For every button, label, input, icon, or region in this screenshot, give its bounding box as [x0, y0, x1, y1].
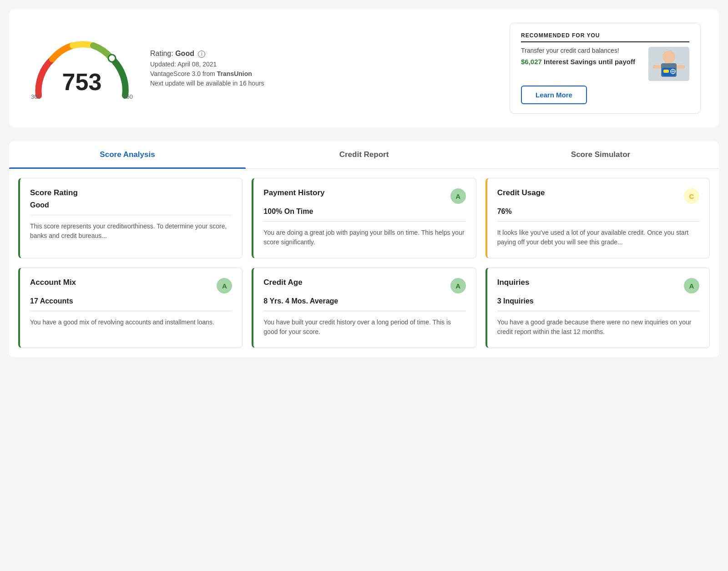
card-header: Credit Age A [263, 278, 465, 293]
info-icon[interactable]: i [198, 51, 205, 58]
grade-badge-a: A [450, 278, 466, 293]
card-description: This score represents your creditworthin… [30, 222, 232, 241]
top-section: 753 300 850 Rating: Good i Updated: Apri… [9, 9, 719, 127]
tabs-section: Score Analysis Credit Report Score Simul… [9, 141, 719, 357]
card-header: Account Mix A [30, 278, 232, 293]
updated-line: Updated: April 08, 2021 [150, 61, 496, 68]
tab-score-simulator[interactable]: Score Simulator [482, 141, 719, 168]
recommendation-card: RECOMMENDED FOR YOU Transfer your credit… [510, 23, 701, 114]
card-divider [497, 221, 699, 222]
card-title: Credit Age [263, 278, 302, 287]
savings-label: Interest Savings until payoff [544, 58, 635, 66]
rec-image-svg [648, 47, 689, 81]
gauge-score: 753 [62, 68, 102, 96]
rec-savings: $6,027 Interest Savings until payoff [521, 58, 642, 66]
learn-more-button[interactable]: Learn More [521, 86, 587, 104]
score-info: Rating: Good i Updated: April 08, 2021 V… [150, 50, 496, 87]
gauge-container: 753 300 850 [27, 36, 136, 100]
card-value: 8 Yrs. 4 Mos. Average [263, 297, 465, 305]
rec-title: RECOMMENDED FOR YOU [521, 32, 689, 42]
svg-point-2 [662, 51, 675, 63]
grade-badge-a: A [684, 278, 699, 293]
card-inquiries: Inquiries A 3 Inquiries You have a good … [485, 268, 710, 348]
rec-description: Transfer your credit card balances! [521, 47, 642, 54]
gauge-max: 850 [123, 93, 133, 100]
card-divider [263, 221, 465, 222]
card-description: It looks like you've used a lot of your … [497, 228, 699, 247]
card-value: Good [30, 201, 232, 209]
card-divider [263, 311, 465, 311]
card-divider [497, 311, 699, 311]
gauge-section: 753 300 850 Rating: Good i Updated: Apri… [27, 36, 496, 100]
card-payment-history: Payment History A 100% On Time You are d… [252, 178, 476, 258]
source-line: VantageScore 3.0 from VantageScore 3.0 f… [150, 70, 496, 77]
cards-grid: Score Rating Good This score represents … [9, 169, 719, 357]
card-credit-age: Credit Age A 8 Yrs. 4 Mos. Average You h… [252, 268, 476, 348]
card-title: Credit Usage [497, 188, 545, 197]
rating-label: Rating: [150, 50, 173, 57]
card-title: Payment History [263, 188, 324, 197]
card-description: You have built your credit history over … [263, 318, 465, 337]
grade-badge-c: C [684, 188, 699, 204]
rating-value: Good [175, 50, 194, 57]
card-header: Credit Usage C [497, 188, 699, 204]
rec-text: Transfer your credit card balances! $6,0… [521, 47, 642, 67]
card-title: Inquiries [497, 278, 530, 287]
tab-score-analysis[interactable]: Score Analysis [9, 141, 246, 168]
card-description: You have a good mix of revolving account… [30, 318, 232, 327]
rec-image [648, 47, 689, 81]
svg-point-0 [108, 55, 116, 62]
savings-amount: $6,027 [521, 58, 542, 66]
svg-rect-5 [677, 65, 685, 69]
svg-rect-4 [653, 65, 661, 69]
card-credit-usage: Credit Usage C 76% It looks like you've … [485, 178, 710, 258]
tabs-bar: Score Analysis Credit Report Score Simul… [9, 141, 719, 169]
card-description: You have a good grade because there were… [497, 318, 699, 337]
next-update: Next update will be available in 16 hour… [150, 80, 496, 87]
card-header: Score Rating [30, 188, 232, 197]
card-divider [30, 311, 232, 311]
rating-line: Rating: Good i [150, 50, 496, 58]
grade-badge-a: A [450, 188, 466, 204]
card-header: Inquiries A [497, 278, 699, 293]
card-score-rating: Score Rating Good This score represents … [18, 178, 243, 258]
card-value: 76% [497, 207, 699, 216]
card-description: You are doing a great job with paying yo… [263, 228, 465, 247]
rec-body: Transfer your credit card balances! $6,0… [521, 47, 689, 81]
card-account-mix: Account Mix A 17 Accounts You have a goo… [18, 268, 243, 348]
card-title: Account Mix [30, 278, 76, 287]
svg-rect-7 [663, 70, 669, 73]
card-title: Score Rating [30, 188, 78, 197]
card-value: 100% On Time [263, 207, 465, 216]
grade-badge-a: A [217, 278, 232, 293]
tab-credit-report[interactable]: Credit Report [246, 141, 482, 168]
gauge-min: 300 [31, 93, 41, 100]
card-value: 3 Inquiries [497, 297, 699, 305]
card-value: 17 Accounts [30, 297, 232, 305]
card-divider [30, 215, 232, 215]
card-header: Payment History A [263, 188, 465, 204]
